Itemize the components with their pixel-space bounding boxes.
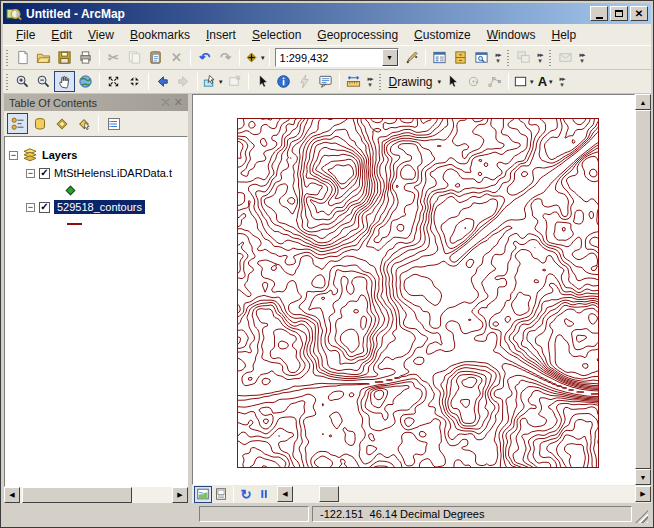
map-scale-value[interactable]: 1:299,432 <box>276 52 382 64</box>
scroll-up-button[interactable]: ▲ <box>635 94 651 110</box>
layer-row[interactable]: −✓529518_contours <box>5 198 187 216</box>
menu-view[interactable]: View <box>80 26 122 44</box>
scroll-track[interactable] <box>293 486 635 502</box>
scroll-thumb[interactable] <box>22 487 132 503</box>
menu-file[interactable]: File <box>8 26 43 44</box>
menu-edit[interactable]: Edit <box>43 26 80 44</box>
refresh-view-button[interactable]: ↻ <box>237 486 255 503</box>
delete-button[interactable]: ✕ <box>166 47 187 68</box>
pin-icon[interactable]: ⛌ <box>162 96 170 109</box>
layers-group-label[interactable]: Layers <box>42 149 77 161</box>
html-popup-button[interactable] <box>315 71 336 92</box>
list-by-drawing-order-button[interactable] <box>7 113 28 134</box>
zoom-in-button[interactable] <box>12 71 33 92</box>
toc-close-icon[interactable]: ✕ <box>174 96 183 109</box>
layer-name-label[interactable]: 529518_contours <box>54 200 145 214</box>
layers-group-row[interactable]: −Layers <box>5 146 187 164</box>
drawing-select-elements-button[interactable] <box>442 71 463 92</box>
toolbar-chevron-button[interactable]: ▸▸▾ <box>556 71 569 92</box>
cut-button[interactable]: ✂ <box>103 47 124 68</box>
paste-button[interactable] <box>145 47 166 68</box>
red-line-symbol[interactable] <box>67 223 82 225</box>
scroll-right-button[interactable]: ▶ <box>635 486 651 502</box>
new-text-button[interactable]: A▾ <box>535 71 556 92</box>
pause-drawing-button[interactable] <box>255 486 273 503</box>
viewer-window-button[interactable] <box>513 47 534 68</box>
table-of-contents-window-button[interactable] <box>429 47 450 68</box>
copy-button[interactable] <box>124 47 145 68</box>
shape-rectangle-button[interactable]: ▾ <box>512 71 535 92</box>
edit-vertices-button[interactable] <box>484 71 505 92</box>
list-by-source-button[interactable] <box>29 113 50 134</box>
toolbar-grip[interactable] <box>5 73 10 91</box>
menu-selection[interactable]: Selection <box>244 26 309 44</box>
scroll-thumb[interactable] <box>635 110 651 469</box>
layers-expander[interactable]: − <box>9 151 18 160</box>
layer-symbol-row[interactable] <box>5 216 187 232</box>
green-diamond-symbol[interactable] <box>66 185 76 195</box>
layer-expander[interactable]: − <box>26 203 35 212</box>
layer-visibility-checkbox[interactable]: ✓ <box>39 168 50 179</box>
toolbar-chevron-button[interactable]: ▸▸▾ <box>576 47 589 68</box>
open-button[interactable] <box>33 47 54 68</box>
print-button[interactable] <box>75 47 96 68</box>
new-map-button[interactable] <box>12 47 33 68</box>
go-back-extent-button[interactable] <box>152 71 173 92</box>
close-button[interactable]: ✕ <box>630 6 648 21</box>
catalog-window-button[interactable] <box>450 47 471 68</box>
scroll-left-button[interactable]: ◀ <box>277 486 293 502</box>
hyperlink-button[interactable] <box>294 71 315 92</box>
toolbar-grip[interactable] <box>506 49 511 67</box>
toolbar-chevron-button[interactable]: ▸▸▾ <box>534 47 547 68</box>
full-extent-button[interactable] <box>75 71 96 92</box>
arcmap-app-icon[interactable] <box>6 6 22 22</box>
go-forward-extent-button[interactable] <box>173 71 194 92</box>
layer-row[interactable]: −✓MtStHelensLiDARData.t <box>5 164 187 182</box>
layout-view-button[interactable] <box>212 486 230 503</box>
data-view-button[interactable] <box>194 486 212 503</box>
maximize-button[interactable] <box>610 6 628 21</box>
menu-customize[interactable]: Customize <box>406 26 479 44</box>
menu-insert[interactable]: Insert <box>198 26 244 44</box>
toolbar-grip[interactable] <box>5 49 10 67</box>
layer-expander[interactable]: − <box>26 169 35 178</box>
toc-options-button[interactable] <box>103 113 124 134</box>
save-button[interactable] <box>54 47 75 68</box>
menu-help[interactable]: Help <box>543 26 584 44</box>
toolbar-chevron-button[interactable]: ▸▸▾ <box>492 47 505 68</box>
clear-selected-features-button[interactable] <box>224 71 245 92</box>
measure-button[interactable] <box>343 71 364 92</box>
fixed-zoom-out-button[interactable] <box>124 71 145 92</box>
menu-bookmarks[interactable]: Bookmarks <box>122 26 198 44</box>
scroll-left-button[interactable]: ◀ <box>4 487 20 503</box>
minimize-button[interactable] <box>590 6 608 21</box>
map-scale-dropdown-button[interactable]: ▼ <box>382 49 398 66</box>
resize-grip[interactable] <box>635 510 648 523</box>
scroll-down-button[interactable]: ▼ <box>635 469 651 485</box>
search-window-button[interactable] <box>471 47 492 68</box>
scroll-thumb[interactable] <box>319 486 339 502</box>
drawing-menu-button[interactable]: Drawing▾ <box>385 71 443 92</box>
toolbar-grip[interactable] <box>378 73 383 91</box>
select-elements-button[interactable] <box>252 71 273 92</box>
menu-windows[interactable]: Windows <box>479 26 544 44</box>
publisher-button[interactable] <box>555 47 576 68</box>
pan-button[interactable] <box>54 71 75 92</box>
contour-map-canvas[interactable] <box>237 118 599 468</box>
list-by-visibility-button[interactable] <box>51 113 72 134</box>
scroll-right-button[interactable]: ▶ <box>172 487 188 503</box>
redo-button[interactable]: ↷ <box>215 47 236 68</box>
scroll-track[interactable] <box>20 487 172 503</box>
layer-name-label[interactable]: MtStHelensLiDARData.t <box>54 167 172 179</box>
zoom-out-button[interactable] <box>33 71 54 92</box>
toolbar-grip[interactable] <box>548 49 553 67</box>
list-by-selection-button[interactable] <box>73 113 94 134</box>
add-data-button[interactable]: ▾ <box>243 47 266 68</box>
map-view[interactable] <box>192 94 635 485</box>
layer-symbol-row[interactable] <box>5 182 187 198</box>
layer-visibility-checkbox[interactable]: ✓ <box>39 202 50 213</box>
undo-button[interactable]: ↶ <box>194 47 215 68</box>
fixed-zoom-in-button[interactable] <box>103 71 124 92</box>
editor-button[interactable] <box>401 47 422 68</box>
toolbar-chevron-button[interactable]: ▸▸▾ <box>364 71 377 92</box>
